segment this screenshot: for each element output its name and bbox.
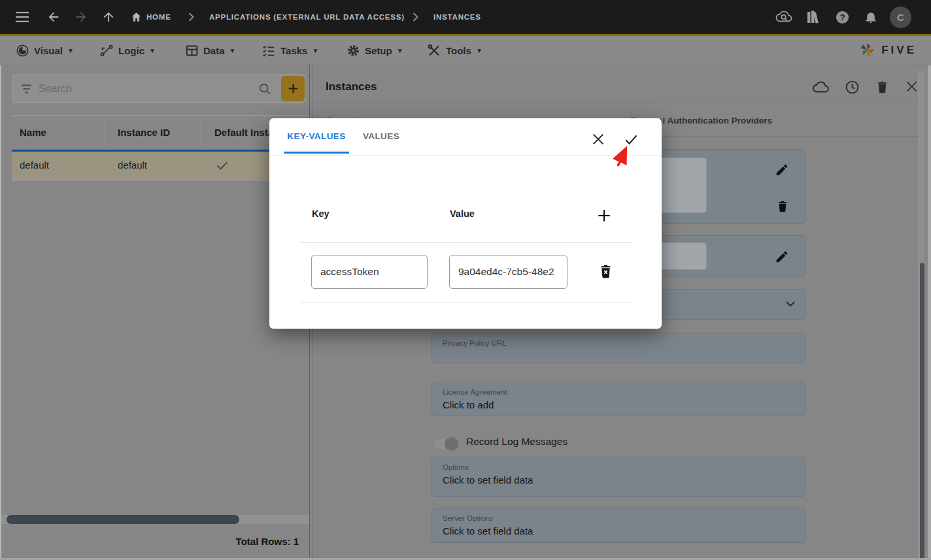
header-divider	[310, 103, 931, 103]
edit-pencil-icon[interactable]	[775, 250, 789, 264]
column-header-instance-id[interactable]: Instance ID	[118, 127, 170, 138]
tab-key-values[interactable]: KEY-VALUES	[284, 118, 349, 154]
main-toolbar: Visual▼ Logic▼ Data▼ Tasks▼	[0, 36, 931, 65]
logic-icon	[99, 44, 114, 58]
setup-gear-icon	[347, 44, 360, 58]
breadcrumb-applications[interactable]: APPLICATIONS (EXTERNAL URL DATA ACCESS)	[209, 0, 405, 34]
field-label: License Agreement	[443, 388, 507, 396]
caret-down-icon: ▼	[397, 47, 403, 54]
visual-icon	[16, 44, 29, 58]
search-icon[interactable]	[258, 82, 272, 96]
field-value: Click to set field data	[443, 474, 533, 486]
five-brand: FIVE	[859, 36, 917, 65]
horizontal-scrollbar-thumb[interactable]	[7, 515, 239, 524]
delete-row-icon[interactable]	[599, 263, 613, 279]
field-value: Click to add	[443, 399, 494, 410]
edit-pencil-icon[interactable]	[775, 163, 789, 177]
vertical-scrollbar[interactable]	[919, 71, 924, 560]
window-right-edge	[928, 65, 931, 560]
dialog-divider	[299, 303, 632, 303]
records-list-panel: Name Instance ID Default Instance defaul…	[0, 65, 310, 560]
chevron-right-icon	[413, 0, 418, 34]
menu-data[interactable]: Data▼	[185, 36, 235, 65]
caret-down-icon: ▼	[229, 47, 236, 54]
cloud-save-icon[interactable]	[812, 80, 830, 93]
breadcrumb-instances[interactable]: INSTANCES	[433, 0, 481, 34]
caret-down-icon: ▼	[312, 47, 318, 54]
five-logo-icon	[859, 42, 876, 59]
field-license-agreement[interactable]: License Agreement Click to add	[432, 382, 805, 416]
table-row[interactable]: default default	[12, 152, 310, 181]
field-privacy-policy-url[interactable]: Privacy Policy URL	[432, 333, 805, 363]
caret-down-icon: ▼	[67, 47, 74, 54]
breadcrumb-home[interactable]: HOME	[146, 0, 171, 34]
home-icon[interactable]	[131, 0, 142, 34]
library-books-icon[interactable]	[805, 0, 821, 34]
app-window: HOME APPLICATIONS (EXTERNAL URL DATA ACC…	[0, 0, 931, 560]
data-icon	[185, 44, 199, 58]
tasks-icon	[262, 44, 276, 58]
delete-record-icon[interactable]	[876, 80, 889, 94]
horizontal-scrollbar[interactable]	[0, 515, 310, 524]
record-log-messages-row: Record Log Messages	[432, 435, 805, 453]
dialog-header: KEY-VALUES VALUES	[269, 118, 662, 156]
toggle-label: Record Log Messages	[466, 436, 567, 448]
value-column-header: Value	[450, 208, 475, 219]
tab-values[interactable]: VALUES	[358, 118, 404, 154]
value-input[interactable]	[449, 255, 567, 289]
menu-logic[interactable]: Logic▼	[99, 36, 156, 65]
chevron-down-icon[interactable]	[785, 301, 796, 308]
cell-name: default	[20, 159, 49, 171]
add-key-value-button[interactable]	[596, 207, 613, 224]
active-tab-underline	[284, 152, 349, 154]
field-server-options[interactable]: Server Options Click to set field data	[432, 508, 805, 543]
default-instance-check-icon	[216, 160, 229, 171]
field-label: Server Options	[443, 514, 493, 522]
five-wordmark: FIVE	[881, 44, 917, 57]
close-panel-icon[interactable]	[905, 80, 919, 93]
record-log-toggle[interactable]	[434, 439, 458, 449]
vertical-scrollbar-thumb[interactable]	[920, 263, 924, 560]
dialog-close-button[interactable]	[591, 132, 605, 146]
cell-instance-id: default	[118, 159, 147, 171]
menu-tasks[interactable]: Tasks▼	[262, 36, 318, 65]
trash-icon[interactable]	[777, 199, 788, 213]
cloud-search-icon[interactable]	[775, 0, 793, 34]
key-column-header: Key	[312, 208, 330, 219]
column-divider	[201, 122, 201, 145]
svg-text:?: ?	[839, 12, 845, 22]
hamburger-menu-icon[interactable]	[16, 0, 29, 34]
search-bar	[12, 74, 305, 103]
search-input[interactable]	[39, 78, 254, 99]
column-divider	[105, 122, 105, 145]
history-clock-icon[interactable]	[845, 80, 860, 95]
plus-icon	[287, 82, 299, 95]
back-arrow-icon[interactable]	[46, 0, 61, 34]
field-label: Privacy Policy URL	[443, 339, 507, 347]
dialog-confirm-button[interactable]	[623, 132, 639, 147]
key-input[interactable]	[311, 255, 428, 289]
page-title: Instances	[326, 80, 377, 93]
up-arrow-icon[interactable]	[101, 0, 116, 34]
caret-down-icon: ▼	[149, 47, 156, 54]
window-left-edge	[0, 65, 1, 560]
total-rows-label: Total Rows: 1	[236, 536, 299, 547]
dialog-divider	[299, 242, 632, 243]
add-record-button[interactable]	[281, 76, 305, 101]
field-options[interactable]: Options Click to set field data	[432, 457, 805, 497]
tools-icon	[427, 44, 441, 58]
notifications-bell-icon[interactable]	[864, 0, 877, 34]
filter-icon[interactable]	[21, 84, 33, 94]
forward-arrow-icon[interactable]	[74, 0, 88, 34]
top-navbar: HOME APPLICATIONS (EXTERNAL URL DATA ACC…	[0, 0, 931, 34]
field-label: Options	[443, 463, 469, 471]
table-header: Name Instance ID Default Instance	[12, 115, 310, 150]
user-avatar[interactable]: C	[890, 7, 911, 28]
caret-down-icon: ▼	[476, 47, 482, 54]
menu-visual[interactable]: Visual▼	[16, 36, 74, 65]
help-icon[interactable]: ?	[835, 0, 850, 34]
key-values-dialog: KEY-VALUES VALUES Key Value	[269, 118, 662, 329]
column-header-name[interactable]: Name	[20, 127, 46, 138]
menu-setup[interactable]: Setup▼	[347, 36, 403, 65]
menu-tools[interactable]: Tools▼	[427, 36, 482, 65]
